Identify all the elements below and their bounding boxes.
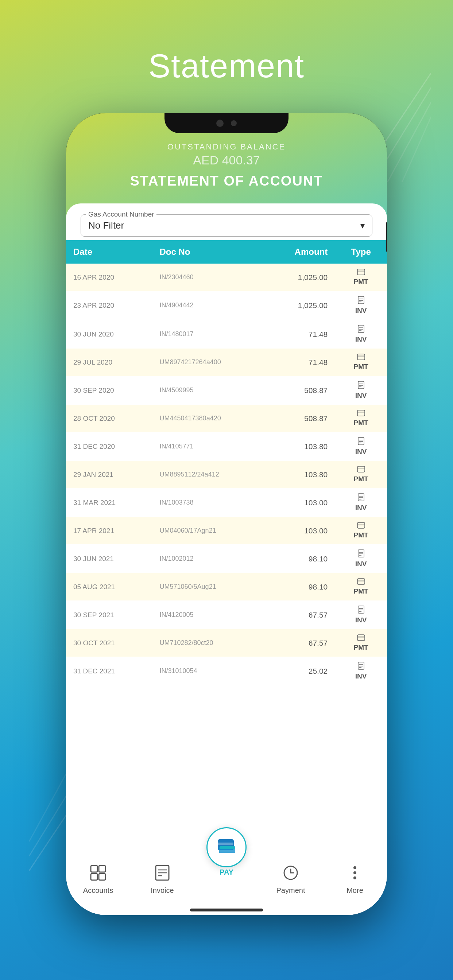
cell-date: 31 DEC 2020 (66, 432, 152, 461)
svg-rect-8 (357, 270, 365, 272)
pmt-icon (357, 466, 365, 474)
inv-icon (358, 493, 364, 503)
type-label: PMT (354, 278, 368, 286)
svg-rect-55 (218, 843, 233, 845)
phone-frame: OUTSTANDING BALANCE AED 400.37 STATEMENT… (66, 113, 387, 915)
outstanding-label: OUTSTANDING BALANCE (66, 142, 387, 152)
type-label: INV (355, 672, 367, 680)
nav-payment[interactable]: Payment (267, 862, 314, 897)
table-row: 30 JUN 2020 IN/1480017 71.48 INV (66, 320, 387, 348)
svg-line-3 (402, 117, 431, 182)
gas-account-filter[interactable]: Gas Account Number No Filter ▾ (81, 215, 372, 237)
cell-date: 05 AUG 2021 (66, 573, 152, 600)
type-label: PMT (354, 475, 368, 483)
svg-rect-18 (357, 355, 365, 357)
cell-amount: 103.00 (263, 517, 335, 544)
cell-type: PMT (335, 405, 387, 432)
cell-date: 28 OCT 2020 (66, 405, 152, 432)
type-label: INV (355, 307, 367, 315)
cell-amount: 103.00 (263, 488, 335, 517)
cell-date: 31 DEC 2021 (66, 657, 152, 686)
inv-icon (358, 549, 364, 559)
svg-rect-37 (358, 550, 364, 557)
table-row: 31 DEC 2020 IN/4105771 103.80 INV (66, 432, 387, 461)
svg-rect-43 (358, 606, 364, 613)
cell-type: INV (335, 544, 387, 573)
nav-invoice-label: Invoice (151, 886, 174, 895)
pmt-icon (357, 578, 365, 587)
cell-docno: UM8895112/24a412 (152, 461, 263, 488)
cell-date: 31 MAR 2021 (66, 488, 152, 517)
cell-type: PMT (335, 264, 387, 291)
cell-docno: IN/4509995 (152, 376, 263, 405)
cell-date: 30 SEP 2020 (66, 376, 152, 405)
cell-type: PMT (335, 573, 387, 600)
pay-label: PAY (220, 868, 233, 877)
cell-type: PMT (335, 461, 387, 488)
cell-amount: 71.48 (263, 320, 335, 348)
inv-icon (358, 606, 364, 616)
cell-date: 29 JAN 2021 (66, 461, 152, 488)
cell-date: 16 APR 2020 (66, 264, 152, 291)
pmt-icon (357, 635, 365, 643)
svg-rect-56 (220, 846, 235, 849)
cell-amount: 103.80 (263, 432, 335, 461)
home-indicator (190, 908, 263, 912)
more-icon (353, 865, 357, 884)
cell-docno: IN/4120005 (152, 600, 263, 629)
table-row: 05 AUG 2021 UM571060/5Aug21 98.10 PMT (66, 573, 387, 600)
svg-rect-36 (357, 524, 365, 525)
svg-line-2 (388, 102, 431, 182)
statement-title: STATEMENT OF ACCOUNT (66, 173, 387, 189)
table-row: 31 DEC 2021 IN/31010054 25.02 INV (66, 657, 387, 686)
inv-icon (358, 437, 364, 447)
svg-rect-58 (99, 865, 105, 872)
nav-accounts[interactable]: Accounts (74, 862, 122, 897)
pay-icon (217, 839, 236, 856)
svg-rect-59 (91, 873, 97, 880)
notch-speaker (231, 120, 237, 126)
table-row: 28 OCT 2020 UM4450417380a420 508.87 PMT (66, 405, 387, 432)
svg-rect-57 (91, 865, 97, 872)
table-row: 29 JAN 2021 UM8895112/24a412 103.80 PMT (66, 461, 387, 488)
power-button (386, 223, 387, 251)
statement-table-wrapper: Date Doc No Amount Type 16 APR 2020 IN/2… (66, 240, 387, 847)
nav-invoice[interactable]: Invoice (139, 862, 186, 897)
col-date: Date (66, 240, 152, 264)
payment-icon (283, 865, 299, 884)
inv-icon (358, 662, 364, 671)
table-body: 16 APR 2020 IN/2304460 1,025.00 PMT 23 A… (66, 264, 387, 686)
cell-docno: IN/4904442 (152, 291, 263, 320)
table-row: 17 APR 2021 UM04060/17Agn21 103.00 PMT (66, 517, 387, 544)
svg-rect-19 (358, 381, 364, 389)
table-row: 30 SEP 2020 IN/4509995 508.87 INV (66, 376, 387, 405)
type-label: INV (355, 560, 367, 568)
nav-payment-label: Payment (276, 886, 305, 895)
cell-docno: IN/1003738 (152, 488, 263, 517)
pay-button[interactable] (206, 827, 247, 867)
nav-accounts-label: Accounts (83, 886, 113, 895)
cell-date: 30 JUN 2021 (66, 544, 152, 573)
cell-amount: 1,025.00 (263, 291, 335, 320)
type-label: PMT (354, 531, 368, 539)
nav-more[interactable]: More (331, 862, 379, 897)
svg-point-66 (353, 866, 356, 869)
svg-rect-49 (358, 662, 364, 670)
cell-docno: UM4450417380a420 (152, 405, 263, 432)
outstanding-amount: AED 400.37 (66, 153, 387, 167)
cell-amount: 71.48 (263, 348, 335, 376)
cell-docno: UM04060/17Agn21 (152, 517, 263, 544)
type-label: INV (355, 504, 367, 512)
accounts-icon (90, 865, 106, 884)
statement-table: Date Doc No Amount Type 16 APR 2020 IN/2… (66, 240, 387, 686)
pmt-icon (357, 522, 365, 530)
col-type: Type (335, 240, 387, 264)
filter-section: Gas Account Number No Filter ▾ (66, 204, 387, 240)
cell-type: INV (335, 432, 387, 461)
cell-type: PMT (335, 517, 387, 544)
svg-rect-60 (99, 873, 105, 880)
cell-docno: UM571060/5Aug21 (152, 573, 263, 600)
svg-rect-42 (357, 580, 365, 582)
cell-date: 17 APR 2021 (66, 517, 152, 544)
cell-date: 30 JUN 2020 (66, 320, 152, 348)
